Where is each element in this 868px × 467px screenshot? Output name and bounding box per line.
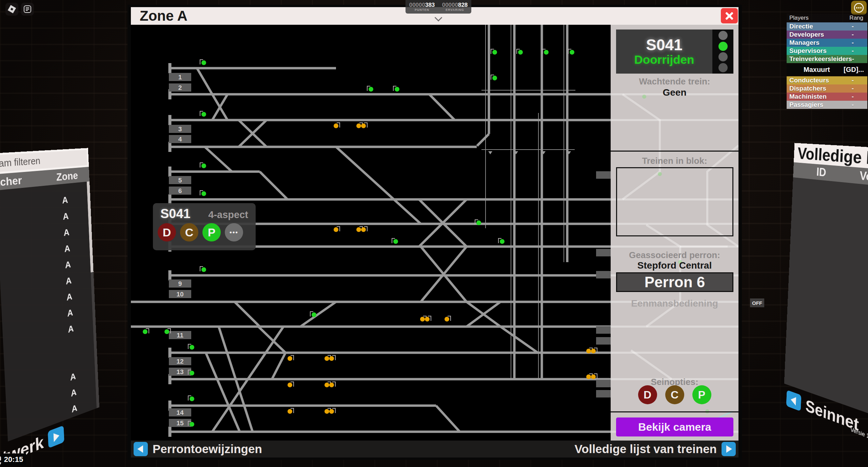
team-row[interactable]: Machinisten-	[787, 93, 867, 101]
signal-id: S041	[646, 37, 682, 53]
team-row[interactable]: Conducteurs-	[787, 76, 867, 84]
signal-dot[interactable]	[200, 267, 206, 272]
team-row[interactable]: Treinverkeersleiders-	[787, 55, 867, 63]
signal-dot[interactable]	[288, 355, 294, 361]
signal-option-c[interactable]: C	[665, 385, 684, 404]
waiting-train-title: Wachtende trein:	[611, 76, 738, 87]
arrow-right-icon	[54, 431, 60, 442]
popup-option-c[interactable]: C	[180, 223, 198, 241]
zone-cell: A	[63, 227, 70, 238]
team-row[interactable]: Developers-	[787, 31, 867, 39]
signal-dot[interactable]	[367, 86, 373, 92]
signal-option-p[interactable]: P	[692, 385, 711, 404]
zone-cell: A	[64, 243, 70, 254]
signal-dot[interactable]	[188, 344, 194, 350]
signal-dot[interactable]	[334, 227, 340, 232]
emotes-button[interactable]	[851, 1, 867, 15]
divider	[611, 411, 738, 412]
signal-dot[interactable]	[361, 123, 367, 128]
points-counter: 00000383 PUNTEN	[406, 0, 438, 14]
divider	[611, 151, 738, 152]
signal-dot[interactable]	[143, 329, 149, 334]
player-row[interactable]: Maxuurt[GD]...	[787, 64, 867, 75]
popup-more-button[interactable]: •••	[225, 223, 243, 241]
waiting-train-value: Geen	[611, 87, 738, 98]
trains-in-block-list	[616, 167, 733, 236]
team-row[interactable]: Dispatchers-	[787, 84, 867, 93]
dispatcher-filter-panel: am filteren tcher Zone AAAAAAAAAAAA netw…	[0, 148, 100, 466]
team-row[interactable]: Managers-	[787, 39, 867, 47]
zone-cell: A	[71, 387, 77, 399]
emotes-dots-icon	[851, 1, 867, 15]
signal-dot[interactable]	[425, 316, 431, 322]
network-arrow-right-button[interactable]	[48, 425, 64, 448]
signal-dot[interactable]	[329, 408, 335, 414]
signal-state: Doorrijden	[634, 53, 694, 66]
arrow-right-button[interactable]	[722, 442, 736, 456]
signal-dot[interactable]	[329, 355, 335, 361]
team-row[interactable]: Supervisors-	[787, 47, 867, 55]
signal-dot[interactable]	[517, 49, 523, 55]
popup-options-row: DCP•••	[153, 221, 256, 241]
team-row[interactable]: Directie-	[787, 22, 867, 31]
signal-dot[interactable]	[568, 49, 574, 55]
version-label: Versie 1.7.0	[850, 426, 868, 443]
arrow-left-button[interactable]	[134, 442, 148, 456]
signal-dot[interactable]	[200, 60, 206, 65]
zone-cell: A	[67, 307, 73, 319]
zone-column-label: Zone	[56, 168, 90, 183]
roblox-logo-icon	[8, 5, 16, 14]
signal-dot[interactable]	[361, 227, 367, 232]
platform-assignments-nav[interactable]: Perrontoewijzingen	[131, 442, 265, 456]
team-rank: -	[852, 23, 854, 30]
signal-dot[interactable]	[200, 163, 206, 168]
team-rank: -	[852, 47, 854, 55]
signal-dot[interactable]	[329, 382, 335, 387]
full-train-list-label: Volledige lijst van treinen	[575, 442, 717, 456]
signal-dot[interactable]	[491, 49, 497, 55]
roblox-menu-button[interactable]	[5, 3, 18, 16]
signal-dot[interactable]	[310, 312, 316, 317]
arrow-left-icon	[137, 445, 143, 453]
signal-dot[interactable]	[392, 238, 398, 244]
back-arrow-left-button[interactable]	[786, 390, 802, 411]
signal-dot[interactable]	[334, 123, 340, 128]
panel-footer: Perrontoewijzingen Volledige lijst van t…	[131, 441, 738, 458]
popup-option-p[interactable]: P	[202, 223, 221, 241]
signal-dot[interactable]	[200, 191, 206, 196]
view-camera-button[interactable]: Bekijk camera	[616, 417, 733, 436]
associated-platform-title: Geassocieerd perron:	[611, 250, 738, 260]
platform-number: 3	[178, 125, 182, 133]
platform-value-box: Perron 6	[616, 272, 733, 292]
team-row[interactable]: Passagiers-	[787, 101, 867, 109]
signal-dot[interactable]	[498, 238, 505, 244]
points-value: 383	[425, 2, 435, 8]
signal-dot[interactable]	[491, 75, 497, 80]
signal-dot[interactable]	[200, 111, 206, 117]
platform-number: 2	[178, 84, 182, 91]
popup-option-d[interactable]: D	[158, 223, 176, 241]
team-name: Managers	[789, 39, 820, 46]
trains-in-block-title: Treinen in blok:	[611, 156, 738, 166]
signal-lights	[712, 30, 733, 74]
signal-light	[718, 31, 728, 40]
zone-cell: A	[65, 259, 71, 270]
signal-dot[interactable]	[542, 49, 549, 55]
full-train-list-nav[interactable]: Volledige lijst van treinen	[572, 442, 738, 456]
team-name: Developers	[789, 31, 824, 38]
zone-cell: A	[62, 194, 68, 206]
signal-popup: S041 4-aspect DCP•••	[153, 203, 256, 250]
signal-dot[interactable]	[188, 396, 194, 401]
signal-dot[interactable]	[288, 382, 294, 387]
signal-dot[interactable]	[393, 86, 399, 92]
signal-dot[interactable]	[288, 408, 294, 414]
popup-signal-id: S041	[160, 207, 191, 221]
signal-dot[interactable]	[445, 316, 451, 322]
zone-cell: A	[71, 402, 77, 415]
chat-button[interactable]	[21, 3, 34, 16]
signal-option-d[interactable]: D	[638, 385, 657, 404]
popup-signal-type: 4-aspect	[208, 209, 248, 220]
zone-cell: A	[66, 291, 73, 303]
arrow-right-icon	[726, 445, 732, 453]
close-button[interactable]	[721, 8, 738, 23]
